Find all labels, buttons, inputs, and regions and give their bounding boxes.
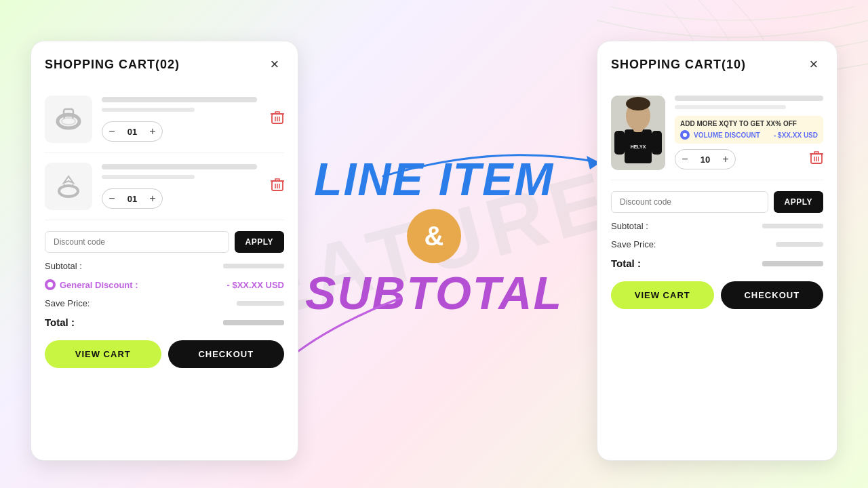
save-price-label-right: Save Price: bbox=[611, 239, 656, 249]
cart-left-close-button[interactable]: × bbox=[265, 55, 284, 74]
general-discount-text: General Discount : bbox=[60, 280, 138, 290]
svg-rect-28 bbox=[614, 131, 625, 155]
right-item-title-bar bbox=[675, 96, 823, 101]
right-item-image: HELYX bbox=[611, 96, 665, 170]
line-item-heading: LINE ITEM bbox=[305, 156, 563, 202]
general-discount-row: General Discount : - $XX.XX USD bbox=[45, 279, 284, 290]
subtotal-label-right: Subtotal : bbox=[611, 221, 648, 231]
cart-left-item-1: − 01 + bbox=[45, 86, 284, 153]
volume-discount-price: - $XX.XX USD bbox=[774, 131, 818, 139]
cart-right: SHOPPING CART(10) × HELYX bbox=[597, 41, 837, 461]
ampersand-symbol: & bbox=[425, 221, 444, 251]
right-item-qty-control: − 10 + bbox=[675, 149, 736, 169]
item-1-details: − 01 + bbox=[102, 97, 257, 142]
subtotal-row-left: Subtotal : bbox=[45, 261, 284, 271]
discount-section-left: APPLY bbox=[45, 231, 284, 253]
volume-discount-title: ADD MORE XQTY TO GET XX% OFF bbox=[680, 120, 818, 127]
svg-text:HELYX: HELYX bbox=[631, 144, 646, 149]
item-2-qty-value: 01 bbox=[121, 194, 143, 204]
right-item-details: ADD MORE XQTY TO GET XX% OFF VOLUME DISC… bbox=[675, 96, 823, 169]
svg-rect-29 bbox=[652, 131, 662, 155]
volume-discount-box: ADD MORE XQTY TO GET XX% OFF VOLUME DISC… bbox=[675, 116, 823, 144]
checkout-button-left[interactable]: CHECKOUT bbox=[168, 340, 285, 368]
item-1-decrease-button[interactable]: − bbox=[102, 122, 121, 141]
discount-icon bbox=[45, 279, 56, 290]
save-price-row-right: Save Price: bbox=[611, 239, 823, 249]
action-buttons-right: VIEW CART CHECKOUT bbox=[611, 281, 823, 309]
save-price-value-right bbox=[776, 242, 823, 247]
item-1-increase-button[interactable]: + bbox=[143, 122, 162, 141]
arrow-right-icon bbox=[376, 136, 614, 190]
item-2-decrease-button[interactable]: − bbox=[102, 189, 121, 208]
right-item-delete-button[interactable] bbox=[810, 150, 823, 169]
svg-point-30 bbox=[683, 133, 687, 137]
svg-marker-13 bbox=[64, 176, 73, 183]
cart-left-header: SHOPPING CART(02) × bbox=[45, 55, 284, 74]
cart-right-title: SHOPPING CART(10) bbox=[611, 58, 746, 72]
svg-point-26 bbox=[626, 97, 650, 110]
right-item-subtitle-bar bbox=[675, 105, 786, 109]
cart-left-item-2: − 01 + bbox=[45, 153, 284, 220]
item-1-delete-button[interactable] bbox=[271, 110, 284, 129]
volume-discount-label: VOLUME DISCOUNT bbox=[694, 131, 760, 139]
item-1-title-bar bbox=[102, 97, 257, 102]
general-discount-value: - $XX.XX USD bbox=[226, 280, 284, 290]
save-price-value-left bbox=[237, 301, 284, 306]
action-buttons-left: VIEW CART CHECKOUT bbox=[45, 340, 284, 368]
discount-input-left[interactable] bbox=[45, 231, 229, 253]
item-1-qty-control: − 01 + bbox=[102, 121, 163, 142]
volume-badge-icon bbox=[680, 130, 690, 140]
apply-button-right[interactable]: APPLY bbox=[774, 191, 823, 213]
svg-line-14 bbox=[64, 184, 64, 187]
svg-point-3 bbox=[62, 118, 75, 125]
total-label-left: Total : bbox=[45, 317, 75, 328]
save-price-label-left: Save Price: bbox=[45, 298, 90, 308]
item-1-subtitle-bar bbox=[102, 108, 195, 112]
item-2-image bbox=[45, 163, 92, 210]
discount-section-right: APPLY bbox=[611, 191, 823, 213]
item-2-qty-control: − 01 + bbox=[102, 188, 163, 209]
item-2-delete-button[interactable] bbox=[271, 178, 284, 196]
right-item-decrease-button[interactable]: − bbox=[675, 150, 694, 169]
cart-right-header: SHOPPING CART(10) × bbox=[611, 55, 823, 74]
center-promo: LINE ITEM & SUBTOTAL bbox=[305, 156, 563, 316]
total-row-right: Total : bbox=[611, 258, 823, 269]
save-price-row-left: Save Price: bbox=[45, 298, 284, 308]
cart-left-title: SHOPPING CART(02) bbox=[45, 58, 180, 72]
item-2-title-bar bbox=[102, 164, 257, 169]
volume-discount-row: VOLUME DISCOUNT - $XX.XX USD bbox=[680, 130, 818, 140]
item-1-image bbox=[45, 96, 92, 143]
item-2-increase-button[interactable]: + bbox=[143, 189, 162, 208]
item-1-qty-value: 01 bbox=[121, 127, 143, 137]
cart-right-item-1: HELYX ADD MORE XQTY TO GET XX% OFF VOLUM… bbox=[611, 86, 823, 180]
checkout-button-right[interactable]: CHECKOUT bbox=[721, 281, 824, 309]
svg-point-21 bbox=[47, 282, 53, 287]
item-2-subtitle-bar bbox=[102, 175, 195, 179]
subtotal-value-right bbox=[762, 224, 823, 228]
apply-button-left[interactable]: APPLY bbox=[235, 231, 284, 253]
total-value-right bbox=[762, 261, 823, 266]
total-row-left: Total : bbox=[45, 317, 284, 328]
subtotal-label-left: Subtotal : bbox=[45, 261, 82, 271]
ampersand-circle: & bbox=[407, 209, 461, 263]
cart-left: SHOPPING CART(02) × − 01 + bbox=[31, 41, 298, 461]
subtotal-row-right: Subtotal : bbox=[611, 221, 823, 231]
general-discount-label: General Discount : bbox=[45, 279, 138, 290]
subtotal-heading: SUBTOTAL bbox=[305, 270, 563, 316]
right-item-increase-button[interactable]: + bbox=[716, 150, 735, 169]
right-item-qty-value: 10 bbox=[694, 155, 716, 165]
svg-point-12 bbox=[59, 186, 78, 197]
discount-input-right[interactable] bbox=[611, 191, 768, 213]
item-2-details: − 01 + bbox=[102, 164, 257, 209]
view-cart-button-left[interactable]: VIEW CART bbox=[45, 340, 161, 368]
total-value-left bbox=[223, 320, 284, 325]
subtotal-value-left bbox=[223, 264, 284, 268]
cart-right-close-button[interactable]: × bbox=[804, 55, 823, 74]
total-label-right: Total : bbox=[611, 258, 641, 269]
view-cart-button-right[interactable]: VIEW CART bbox=[611, 281, 714, 309]
svg-line-15 bbox=[73, 184, 73, 187]
